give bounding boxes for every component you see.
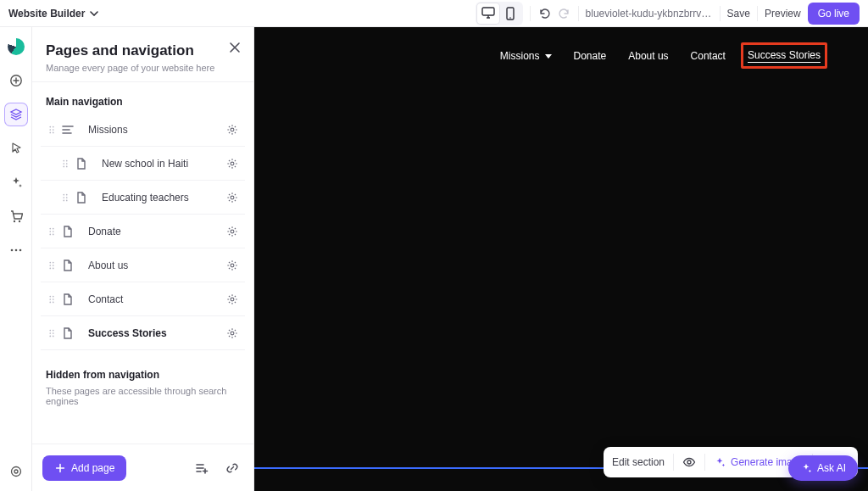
hidden-navigation-hint: These pages are accessible through searc… (46, 386, 240, 406)
drag-handle-icon[interactable] (59, 158, 71, 170)
app-name: Website Builder (8, 8, 85, 20)
site-nav-label: Success Stories (748, 49, 821, 63)
separator (530, 6, 531, 21)
drag-handle-icon[interactable] (46, 327, 58, 339)
nav-item-label: Contact (78, 293, 223, 305)
ask-ai-label: Ask AI (817, 462, 846, 474)
rail-store-icon[interactable] (5, 205, 27, 227)
undo-button[interactable] (537, 7, 551, 20)
page-icon (71, 157, 92, 170)
site-nav-label: Contact (691, 50, 726, 62)
main-navigation-label: Main navigation (46, 96, 240, 108)
device-toggle (476, 2, 523, 25)
drag-handle-icon[interactable] (46, 259, 58, 271)
add-page-label: Add page (71, 462, 114, 474)
nav-item-settings-button[interactable] (223, 293, 242, 305)
link-icon[interactable] (221, 457, 243, 479)
site-nav-label: Donate (574, 50, 607, 62)
site-nav-item[interactable]: Donate (574, 50, 607, 62)
save-button[interactable]: Save (727, 8, 750, 20)
topbar: Website Builder blueviolet-kudu-ykbnzbrr… (0, 0, 868, 27)
nav-item-label: Donate (78, 226, 223, 237)
dropdown-caret-icon (545, 54, 552, 59)
site-nav-item[interactable]: About us (628, 50, 668, 62)
visibility-button[interactable] (682, 455, 696, 469)
add-page-button[interactable]: Add page (42, 455, 126, 481)
page-icon (58, 293, 78, 306)
separator (720, 6, 721, 21)
site-nav: MissionsDonateAbout usContactSuccess Sto… (500, 49, 821, 63)
separator (757, 6, 758, 21)
drag-handle-icon[interactable] (46, 124, 58, 136)
rail-ai-icon[interactable] (5, 171, 27, 193)
nav-item-label: Missions (78, 124, 223, 136)
nav-item[interactable]: Success Stories (41, 316, 245, 350)
close-panel-button[interactable] (228, 41, 242, 54)
drag-handle-icon[interactable] (46, 226, 58, 237)
site-id: blueviolet-kudu-ykbnzbrrv4s... (586, 8, 713, 20)
nav-item-settings-button[interactable] (223, 259, 242, 271)
edit-section-button[interactable]: Edit section (612, 456, 665, 468)
go-live-button[interactable]: Go live (808, 3, 860, 25)
rail-settings-icon[interactable] (5, 460, 27, 483)
panel-title: Pages and navigation (46, 42, 240, 59)
site-nav-label: Missions (500, 50, 540, 62)
redo-button (558, 7, 571, 20)
page-icon (58, 225, 78, 238)
preview-button[interactable]: Preview (765, 8, 801, 20)
device-desktop-button[interactable] (477, 3, 499, 24)
separator (578, 6, 579, 21)
rail-logo[interactable] (5, 36, 27, 58)
ask-ai-button[interactable]: Ask AI (788, 455, 858, 481)
page-icon (58, 326, 78, 340)
nav-item[interactable]: Missions (41, 113, 245, 147)
nav-item-label: New school in Haiti (92, 158, 223, 170)
rail-pointer-icon[interactable] (5, 137, 27, 159)
site-nav-label: About us (628, 50, 668, 62)
nav-item[interactable]: New school in Haiti (41, 147, 245, 181)
drag-handle-icon[interactable] (59, 192, 71, 204)
nav-item-settings-button[interactable] (223, 158, 242, 170)
nav-item-settings-button[interactable] (223, 124, 242, 136)
rail-add-icon[interactable] (5, 70, 27, 92)
app-switcher-chevron-icon[interactable] (90, 11, 98, 16)
site-nav-item[interactable]: Missions (500, 50, 552, 62)
nav-item[interactable]: Contact (41, 282, 245, 316)
editor-canvas[interactable]: MissionsDonateAbout usContactSuccess Sto… (254, 27, 868, 491)
nav-item-label: Success Stories (78, 327, 223, 339)
drag-handle-icon[interactable] (46, 293, 58, 305)
hidden-navigation-label: Hidden from navigation (46, 369, 240, 381)
nav-list: MissionsNew school in HaitiEducating tea… (41, 113, 245, 350)
rail-pages-icon[interactable] (5, 103, 27, 126)
panel-subtitle: Manage every page of your website here (46, 63, 240, 73)
nav-item[interactable]: About us (41, 248, 245, 282)
page-icon (58, 259, 78, 272)
nav-item-settings-button[interactable] (223, 226, 242, 237)
device-mobile-button[interactable] (499, 3, 521, 24)
rail-more-icon[interactable] (5, 239, 27, 261)
pages-panel: Pages and navigation Manage every page o… (32, 27, 254, 491)
tool-rail (0, 27, 32, 491)
nav-item[interactable]: Donate (41, 215, 245, 248)
nav-item-settings-button[interactable] (223, 192, 242, 204)
nav-item-label: Educating teachers (92, 192, 223, 204)
nav-item-settings-button[interactable] (223, 327, 242, 339)
nav-item[interactable]: Educating teachers (41, 181, 245, 215)
site-nav-item[interactable]: Contact (691, 50, 726, 62)
menu-icon (58, 123, 78, 137)
add-to-nav-icon[interactable] (191, 457, 213, 479)
page-icon (71, 191, 92, 204)
site-nav-item[interactable]: Success Stories (748, 49, 821, 63)
nav-item-label: About us (78, 259, 223, 271)
